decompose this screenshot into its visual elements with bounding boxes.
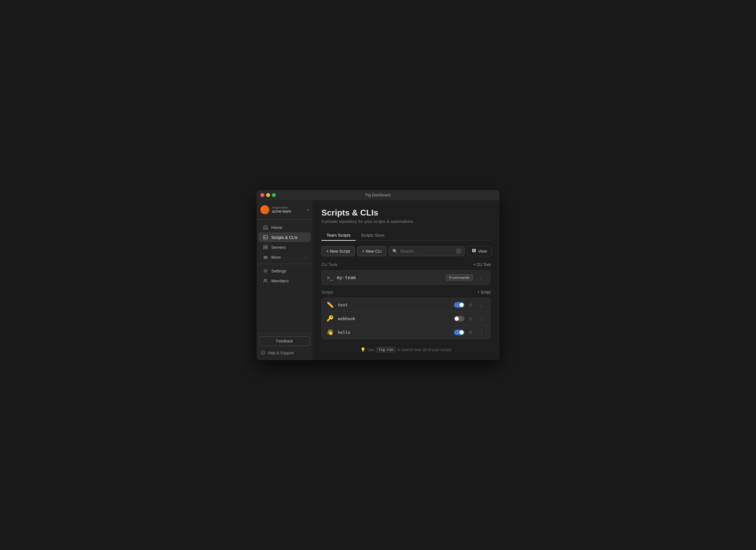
page-title: Scripts & CLIs	[321, 208, 490, 218]
app-body: Organization acme-team ▾ Home	[257, 200, 499, 360]
members-icon	[263, 278, 268, 283]
settings-icon	[263, 268, 268, 273]
sidebar-item-more[interactable]: More ›	[258, 252, 311, 262]
scripts-icon	[263, 235, 268, 240]
org-selector[interactable]: Organization acme-team ▾	[257, 203, 312, 217]
view-label: View	[478, 249, 487, 253]
script-toggle-hello[interactable]	[454, 330, 464, 335]
copy-icon-hello[interactable]: ⎘	[468, 330, 474, 335]
sidebar-item-label-more: More	[271, 255, 302, 259]
script-name-hello: hello	[338, 330, 450, 335]
cli-tools-section: CLI Tools + CLI Tool >_ my-team 9 comman…	[321, 262, 490, 285]
script-toggle-test[interactable]	[454, 302, 464, 308]
sidebar-item-settings[interactable]: Settings	[258, 266, 311, 276]
script-row-webhook: 🔑 webhook ⎘ ⋮	[322, 312, 490, 326]
org-name: acme-team	[272, 209, 305, 213]
script-emoji-test: ✏️	[326, 301, 334, 308]
scripts-card: ✏️ test ⎘ ⋮ 🔑 webhook	[321, 298, 490, 339]
hint-code: fig run	[376, 347, 395, 353]
script-toggle-webhook[interactable]	[454, 316, 464, 322]
sidebar-nav: Home Scripts & CLIs	[257, 221, 312, 334]
scripts-section-header: Scripts + Script	[321, 290, 490, 295]
sidebar-divider-1	[257, 219, 312, 220]
help-support-label: Help & Support	[268, 351, 294, 355]
hint-bar: 💡 Use fig run to search over all of your…	[321, 347, 490, 353]
script-row-test: ✏️ test ⎘ ⋮	[322, 298, 490, 312]
cli-tool-card: >_ my-team 9 commands ⋮	[321, 270, 490, 285]
close-button[interactable]	[260, 193, 264, 197]
scripts-section-title: Scripts	[321, 290, 333, 295]
script-name-webhook: webhook	[338, 316, 450, 321]
search-slash-hint: /	[456, 248, 461, 253]
toggle-thumb	[455, 317, 459, 321]
tab-scripts-store[interactable]: Scripts Store	[356, 230, 390, 241]
svg-rect-5	[264, 257, 267, 258]
sidebar-item-members[interactable]: Members	[258, 276, 311, 286]
new-script-button[interactable]: + New Script	[321, 246, 355, 256]
search-icon: 🔍	[392, 249, 397, 253]
copy-icon-test[interactable]: ⎘	[468, 302, 474, 308]
cli-section-header: CLI Tools + CLI Tool	[321, 262, 490, 267]
svg-point-9	[266, 280, 267, 281]
cli-section-title: CLI Tools	[321, 262, 337, 267]
hint-bulb-icon: 💡	[360, 347, 366, 352]
svg-rect-13	[474, 249, 474, 252]
script-row-hello: 👋 hello ⎘ ⋮	[322, 326, 490, 339]
help-support-item[interactable]: ? Help & Support	[259, 349, 310, 358]
svg-rect-4	[264, 256, 267, 257]
terminal-icon: >_	[327, 275, 333, 281]
cli-more-button[interactable]: ⋮	[477, 275, 485, 281]
svg-rect-14	[475, 249, 476, 252]
sidebar-item-label-members: Members	[271, 279, 306, 283]
svg-rect-12	[472, 249, 473, 252]
feedback-button[interactable]: Feedback	[259, 337, 310, 346]
chevron-right-icon: ›	[305, 255, 306, 259]
sidebar-item-label-home: Home	[271, 225, 306, 230]
hint-suffix: to search over all of your scripts	[397, 348, 451, 352]
add-cli-tool-button[interactable]: + CLI Tool	[473, 262, 490, 267]
org-label: Organization	[272, 206, 305, 209]
sidebar-item-label-scripts: Scripts & CLIs	[271, 235, 306, 240]
scripts-section: Scripts + Script ✏️ test ⎘ ⋮	[321, 290, 490, 339]
sidebar-item-label-settings: Settings	[271, 268, 306, 273]
cli-tool-row: >_ my-team 9 commands ⋮	[322, 270, 490, 285]
org-avatar	[260, 205, 269, 214]
view-button[interactable]: View	[467, 246, 492, 256]
view-icon	[472, 248, 476, 253]
tabs: Team Scripts Scripts Store	[321, 230, 490, 241]
page-subtitle: A private repository for your scripts & …	[321, 219, 490, 224]
svg-rect-6	[264, 258, 267, 259]
maximize-button[interactable]	[272, 193, 276, 197]
commands-badge: 9 commands	[446, 274, 473, 281]
more-icon	[263, 254, 268, 259]
script-more-hello[interactable]: ⋮	[477, 329, 486, 335]
svg-rect-2	[264, 245, 267, 247]
main-content: Scripts & CLIs A private repository for …	[312, 200, 499, 360]
traffic-lights	[260, 193, 276, 197]
help-icon: ?	[261, 351, 265, 356]
script-name-test: test	[338, 303, 450, 307]
org-info: Organization acme-team	[272, 206, 305, 213]
chevron-down-icon: ▾	[307, 208, 309, 212]
sidebar-item-home[interactable]: Home	[258, 222, 311, 232]
search-input[interactable]	[400, 246, 454, 256]
cli-tool-name: my-team	[337, 275, 442, 280]
script-more-webhook[interactable]: ⋮	[477, 316, 486, 322]
svg-point-7	[265, 270, 266, 271]
script-emoji-hello: 👋	[326, 329, 334, 336]
app-window: Fig Dashboard Organization acme-team ▾	[257, 190, 499, 360]
tab-team-scripts[interactable]: Team Scripts	[321, 230, 356, 241]
new-cli-button[interactable]: + New CLI	[357, 246, 386, 256]
svg-text:?: ?	[263, 352, 264, 354]
svg-rect-3	[264, 247, 267, 249]
sidebar-item-label-servers: Servers	[271, 245, 306, 250]
window-title: Fig Dashboard	[366, 193, 391, 197]
script-more-test[interactable]: ⋮	[477, 302, 486, 308]
toggle-thumb	[459, 303, 464, 307]
add-script-button[interactable]: + Script	[477, 290, 490, 295]
sidebar-item-scripts-clis[interactable]: Scripts & CLIs	[258, 232, 311, 242]
minimize-button[interactable]	[266, 193, 270, 197]
sidebar-item-servers[interactable]: Servers	[258, 242, 311, 252]
script-emoji-webhook: 🔑	[326, 315, 334, 322]
copy-icon-webhook[interactable]: ⎘	[468, 316, 474, 322]
